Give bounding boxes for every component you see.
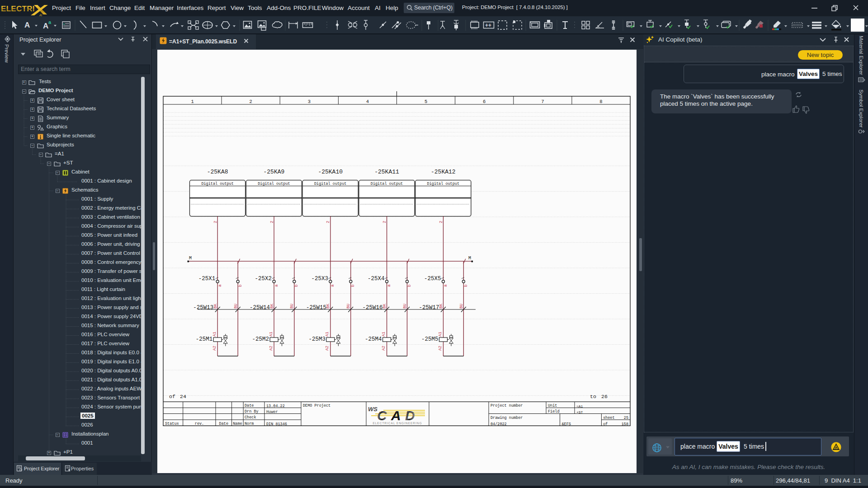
svg-text:Digital output: Digital output — [201, 182, 233, 186]
svg-text:Digital output: Digital output — [427, 182, 459, 186]
svg-text:24: 24 — [180, 394, 186, 399]
svg-text:BK: BK — [213, 304, 218, 309]
svg-text:Digital output: Digital output — [314, 182, 346, 186]
svg-text:158: 158 — [622, 422, 628, 427]
svg-text:Drn By: Drn By — [245, 409, 259, 414]
svg-text:a: a — [218, 284, 222, 287]
svg-text:b: b — [351, 285, 355, 287]
svg-text:M: M — [468, 256, 471, 261]
svg-text:-25X1: -25X1 — [198, 276, 216, 282]
svg-text:rev.: rev. — [195, 422, 204, 426]
svg-text:D: D — [405, 408, 415, 423]
svg-text:Unit: Unit — [548, 404, 557, 408]
svg-text:&EFS: &EFS — [562, 422, 571, 427]
svg-text:-25X4: -25X4 — [368, 276, 385, 282]
svg-text:BU: BU — [290, 304, 294, 309]
svg-text:A2: A2 — [269, 346, 274, 351]
svg-text:-25KA11: -25KA11 — [374, 169, 399, 175]
svg-text:-25X5: -25X5 — [424, 276, 441, 282]
svg-text:BU: BU — [346, 304, 351, 309]
svg-text:Date: Date — [219, 422, 228, 426]
svg-text:a: a — [443, 284, 448, 287]
svg-text:a: a — [48, 19, 52, 25]
svg-text:Date: Date — [245, 404, 254, 408]
svg-text:4: 4 — [366, 99, 369, 104]
svg-text:C: C — [377, 408, 387, 423]
svg-text:BK: BK — [439, 304, 443, 309]
svg-text:+ST: +ST — [576, 410, 583, 414]
svg-text:-25W16: -25W16 — [363, 305, 383, 311]
svg-text:a: a — [274, 284, 279, 287]
svg-text:Name: Name — [233, 422, 242, 426]
svg-text:2: 2 — [213, 221, 218, 223]
svg-text:of: of — [603, 422, 608, 427]
svg-text:BU: BU — [459, 304, 464, 309]
svg-text:2: 2 — [250, 99, 252, 104]
svg-text:25: 25 — [624, 416, 628, 420]
svg-text:Huwer: Huwer — [266, 410, 278, 414]
svg-text:DIN 81346: DIN 81346 — [266, 422, 287, 427]
svg-text:5: 5 — [425, 99, 427, 104]
svg-text:Check: Check — [245, 415, 256, 420]
svg-text:2: 2 — [382, 221, 387, 223]
svg-text:A1: A1 — [269, 332, 274, 337]
svg-text:b: b — [238, 285, 243, 287]
svg-text:-25KA10: -25KA10 — [318, 169, 343, 175]
svg-text:A: A — [391, 408, 401, 423]
svg-text:2: 2 — [439, 221, 443, 223]
svg-text:a: a — [330, 284, 335, 287]
svg-text:Digital output: Digital output — [371, 182, 403, 186]
svg-text:-25W17: -25W17 — [419, 305, 439, 311]
svg-text:-25M4: -25M4 — [365, 336, 382, 343]
svg-text:b: b — [464, 285, 468, 287]
svg-text:-25X3: -25X3 — [311, 276, 328, 282]
svg-text:-25M1: -25M1 — [196, 336, 213, 343]
svg-text:M: M — [189, 256, 192, 261]
svg-text:A: A — [43, 22, 48, 30]
svg-text:BK: BK — [270, 304, 274, 309]
svg-text:-25X2: -25X2 — [255, 276, 272, 282]
svg-text:ELECTRI: ELECTRI — [1, 5, 35, 13]
svg-text:sheet: sheet — [603, 416, 615, 420]
svg-text:Digital output: Digital output — [258, 182, 290, 186]
svg-text:1: 1 — [191, 99, 193, 104]
svg-text:-25W13: -25W13 — [193, 305, 213, 311]
svg-text:-25W14: -25W14 — [250, 305, 270, 311]
svg-text:8: 8 — [599, 99, 602, 104]
svg-text:-25W15: -25W15 — [306, 305, 326, 311]
svg-text:Drawing number: Drawing number — [491, 416, 523, 420]
svg-text:3: 3 — [308, 99, 311, 104]
svg-text:BK: BK — [326, 304, 330, 309]
svg-text:BU: BU — [234, 304, 238, 309]
svg-text:2: 2 — [270, 221, 274, 223]
svg-text:++: ++ — [485, 22, 491, 28]
svg-text:A1: A1 — [212, 332, 217, 337]
svg-text:BU: BU — [403, 304, 407, 309]
svg-text:-25M3: -25M3 — [308, 336, 326, 343]
svg-text:a: a — [387, 284, 392, 287]
svg-text:of: of — [169, 394, 175, 399]
svg-text:WS: WS — [368, 406, 377, 413]
svg-text:13.04.22: 13.04.22 — [266, 404, 285, 408]
svg-text:Project number: Project number — [491, 404, 523, 408]
svg-text:A1: A1 — [382, 332, 386, 337]
svg-text:BK: BK — [382, 304, 387, 309]
svg-text:Norm: Norm — [245, 422, 254, 426]
svg-text:2: 2 — [326, 221, 330, 223]
svg-text:-25KA9: -25KA9 — [263, 169, 284, 175]
svg-text:Field: Field — [548, 409, 560, 414]
svg-text:ELECTRICAL ENGINEERING: ELECTRICAL ENGINEERING — [373, 422, 422, 425]
svg-text:-25M5: -25M5 — [421, 336, 439, 343]
svg-text:to: to — [590, 394, 596, 399]
svg-text:-25KA8: -25KA8 — [207, 169, 228, 175]
svg-text:=A1: =A1 — [576, 404, 583, 408]
svg-text:Status: Status — [165, 422, 179, 426]
svg-text:A2: A2 — [382, 346, 386, 351]
svg-text:A1: A1 — [438, 332, 443, 337]
svg-text:DEMO Project: DEMO Project — [303, 404, 330, 408]
svg-text:A1: A1 — [325, 332, 330, 337]
svg-text:A2: A2 — [438, 346, 443, 351]
svg-text:A: A — [63, 23, 65, 25]
svg-text:A2: A2 — [212, 346, 217, 351]
svg-text:-25KA12: -25KA12 — [431, 169, 456, 175]
